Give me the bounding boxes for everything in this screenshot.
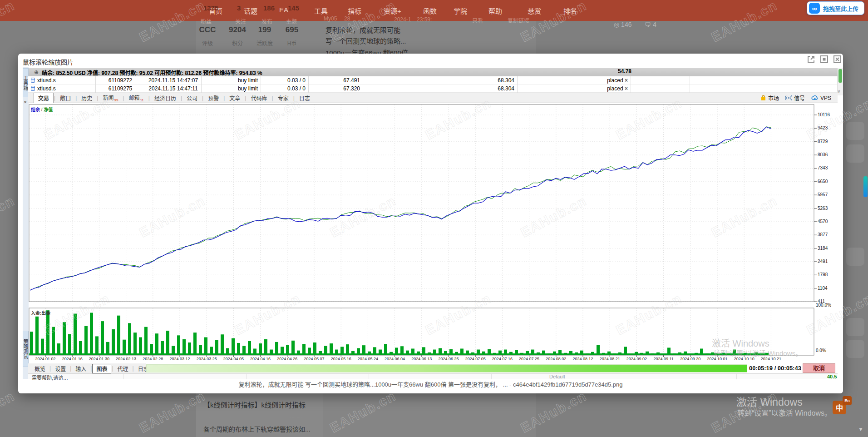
status-separator [246, 374, 247, 379]
expand-icon[interactable]: ⊕ [34, 69, 39, 75]
tab-separator: | [75, 95, 77, 101]
image-caption: 复利滚轮，成就无限可能 写一个回测买地球的策略...1000u一年变66wu 翻… [18, 380, 843, 388]
floating-action-tile[interactable] [846, 122, 864, 140]
tester-tab-0[interactable]: 概览 [31, 364, 49, 373]
nav-item-7[interactable]: 学院 [454, 6, 467, 15]
order-cell-state: placed × [518, 76, 631, 84]
nav-item-6[interactable]: 函数 [423, 6, 437, 15]
x-axis-date: 2024.09.02 [621, 357, 651, 361]
modal-title: 鼠标滚轮缩放图片 [23, 57, 74, 66]
faded-fragment: 2024-1 [394, 16, 411, 23]
nav-item-5[interactable]: 资源+ [384, 6, 401, 15]
post-snippet: 各个周期的布林上下轨穿越警报该如... [203, 424, 311, 433]
order-row: xtiusd.s611092722024.11.15 14:47:07buy l… [28, 76, 838, 84]
table-scrollbar-thumb[interactable] [838, 69, 842, 83]
delete-order-icon[interactable]: × [625, 85, 628, 92]
post-tag: # 指标 [203, 412, 220, 421]
floating-profit-value: 54.78 [577, 68, 631, 74]
signals-button[interactable]: 信号 [785, 94, 805, 102]
nav-item-9[interactable]: 悬赏 [528, 6, 541, 15]
x-axis-date: 2024.08.02 [541, 357, 571, 361]
status-separator [369, 374, 369, 379]
upload-dropzone-button[interactable]: ∞ 拖拽至此上传 [807, 1, 864, 15]
order-cell-empty [631, 84, 690, 93]
nav-item-1[interactable]: 话题 [244, 6, 257, 15]
tester-tab-3[interactable]: 图表 [92, 364, 111, 373]
x-axis-date: 2024.10.21 [756, 357, 786, 361]
x-axis-date: 2024.02.28 [138, 357, 168, 361]
order-document-icon [31, 86, 35, 91]
nav-item-8[interactable]: 帮助 [488, 6, 502, 15]
stat-label: 关注 [235, 17, 246, 25]
signal-waves-icon [785, 95, 792, 101]
chart-windows-watermark: 激活 Windows [712, 336, 769, 349]
y-axis-label: 5957 [818, 192, 838, 197]
order-cell-symbol: xtiusd.s [28, 84, 96, 93]
tab-separator: | [90, 365, 92, 372]
eahub-watermark: EAHub.cn [0, 193, 17, 241]
nav-item-2[interactable]: EA [279, 6, 288, 14]
close-icon[interactable] [833, 55, 842, 64]
thread-title-line1: 复利滚轮，成就无限可能 [326, 25, 400, 35]
floating-action-tile[interactable] [846, 318, 864, 336]
toolbox-tab-0[interactable]: 交易 [34, 93, 54, 103]
floating-action-tile[interactable] [846, 144, 864, 163]
order-cell-type: buy limit [202, 84, 261, 93]
toolbox-tab-9[interactable]: 代码库 [247, 93, 271, 103]
toolbox-tab-4[interactable]: 邮箱11 [124, 93, 148, 103]
toolbox-tab-10[interactable]: 专家 [274, 93, 293, 103]
toolbox-tab-2[interactable]: 历史 [77, 93, 96, 103]
scroll-down-arrow-icon[interactable]: ▼ [858, 426, 863, 432]
fullscreen-icon[interactable] [820, 55, 829, 64]
nav-item-3[interactable]: 工具 [314, 6, 328, 15]
comment-count: 🗨 4 [645, 21, 656, 28]
faded-fragment: 28 [344, 15, 350, 22]
x-axis-date: 2024.01.30 [84, 357, 114, 361]
vps-button[interactable]: VPS [811, 95, 831, 101]
floating-action-tile[interactable] [846, 248, 864, 266]
tester-tab-2[interactable]: 输入 [72, 364, 90, 373]
toolbox-tab-6[interactable]: 公司 [182, 93, 202, 103]
order-cell-type: buy limit [202, 76, 261, 84]
x-axis-date: 2024.08.12 [568, 357, 598, 361]
open-in-new-tab-icon[interactable] [807, 55, 815, 64]
nav-item-10[interactable]: 排名 [563, 6, 577, 15]
toolbox-tab-1[interactable]: 敞口 [56, 93, 75, 103]
tester-tab-4[interactable]: 代理 [114, 364, 132, 373]
toolbox-tab-7[interactable]: 预警 [204, 93, 223, 103]
floating-action-tile[interactable] [846, 340, 864, 358]
order-row: xtiusd.s611092752024.11.15 14:47:11buy l… [28, 84, 838, 93]
nav-item-4[interactable]: 指标 [348, 6, 361, 15]
tab-separator: | [148, 95, 150, 101]
toolbox-tab-bar: 交易|敞口|历史|新闻99|邮箱11|经济日历|公司|预警|文章|代码库|专家|… [28, 93, 838, 103]
delete-order-icon[interactable]: × [625, 77, 628, 84]
y-axis-label: 2491 [818, 259, 838, 264]
profile-stat-label: H币 [276, 39, 308, 47]
toolbox-tab-11[interactable]: 日志 [295, 93, 314, 103]
toolbox-tab-3[interactable]: 新闻99 [99, 93, 122, 103]
stat-number: 1375 [203, 4, 218, 12]
cancel-button[interactable]: 取消 [803, 363, 835, 373]
toolbox-close-icon[interactable]: ✕ [24, 100, 27, 104]
toolbox-tab-8[interactable]: 文章 [225, 93, 244, 103]
ime-language-en-icon: En [843, 396, 852, 405]
order-cell-empty [631, 76, 690, 84]
order-cell-price: 67.320 [309, 84, 363, 93]
balance-line [30, 127, 771, 291]
page-scrollbar-thumb[interactable] [863, 176, 868, 197]
tester-tab-bar: 概览|设置|输入|图表|代理|日志 [28, 363, 146, 373]
faded-fragment: 复制链接 [508, 16, 529, 24]
tester-tab-1[interactable]: 设置 [51, 364, 69, 373]
toolbox-tab-5[interactable]: 经济日历 [150, 93, 180, 103]
x-axis-date: 2024.09.20 [676, 357, 705, 361]
order-cell-ticket: 61109272 [96, 76, 145, 84]
market-button[interactable]: 市场 [760, 94, 779, 102]
x-axis-date: 2024.08.21 [595, 357, 625, 361]
table-scroll-down-icon[interactable]: ˅ [838, 89, 840, 94]
tab-separator: | [70, 365, 71, 372]
tab-separator: | [123, 95, 124, 101]
tab-separator: | [202, 95, 203, 101]
x-axis-date: 2024.03.25 [192, 357, 222, 361]
vps-cloud-icon [811, 95, 819, 101]
tab-badge: 11 [140, 98, 143, 102]
